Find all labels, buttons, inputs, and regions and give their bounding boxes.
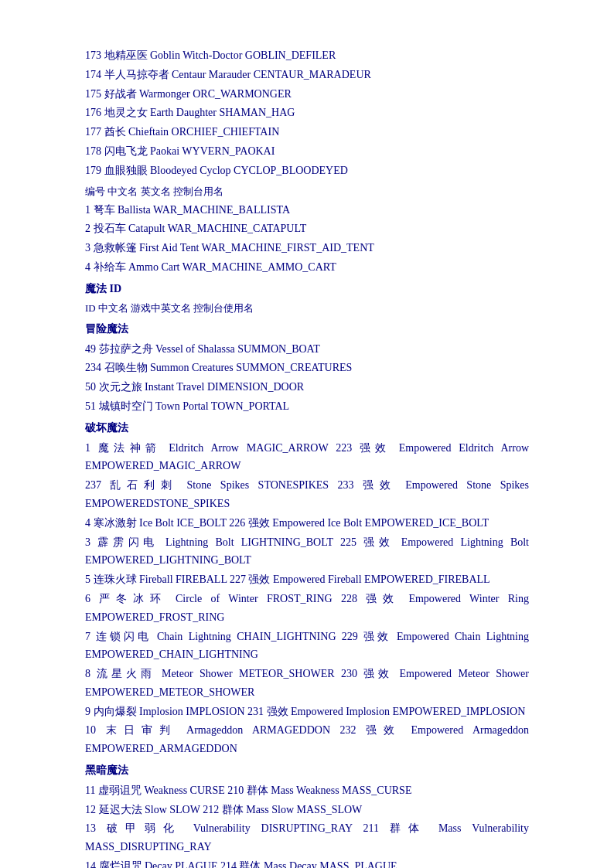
spell-11: 11 虚弱诅咒 Weakness CURSE 210 群体 Mass Weakn… bbox=[85, 781, 529, 800]
wm-3: 3 急救帐篷 First Aid Tent WAR_MACHINE_FIRST_… bbox=[85, 239, 529, 257]
entry-175: 175 好战者 Warmonger ORC_WARMONGER bbox=[85, 85, 529, 104]
dark-magic-title: 黑暗魔法 bbox=[85, 761, 529, 780]
spell-51: 51 城镇时空门 Town Portal TOWN_PORTAL bbox=[85, 397, 529, 416]
spell-5: 5 连珠火球 Fireball FIREBALL 227 强效 Empowere… bbox=[85, 570, 529, 589]
page-content: 173 地精巫医 Goblin Witch-Doctor GOBLIN_DEFI… bbox=[85, 46, 529, 868]
spell-1-dest: 1 魔法神箭 Eldritch Arrow MAGIC_ARROW 223 强效… bbox=[85, 439, 529, 476]
entry-177: 177 酋长 Chieftain ORCHIEF_CHIEFTAIN bbox=[85, 123, 529, 141]
spell-4: 4 寒冰激射 Ice Bolt ICE_BOLT 226 强效 Empowere… bbox=[85, 514, 529, 533]
spell-12: 12 延迟大法 Slow SLOW 212 群体 Mass Slow MASS_… bbox=[85, 801, 529, 819]
entry-178: 178 闪电飞龙 Paokai WYVERN_PAOKAI bbox=[85, 142, 529, 161]
spell-7: 7 连锁闪电 Chain Lightning CHAIN_LIGHTNING 2… bbox=[85, 628, 529, 665]
spell-49: 49 莎拉萨之舟 Vessel of Shalassa SUMMON_BOAT bbox=[85, 340, 529, 359]
magic-section-title: 魔法 ID bbox=[85, 280, 529, 298]
creature-list-top: 173 地精巫医 Goblin Witch-Doctor GOBLIN_DEFI… bbox=[85, 46, 529, 180]
wm-1: 1 弩车 Ballista WAR_MACHINE_BALLISTA bbox=[85, 201, 529, 220]
wm-2: 2 投石车 Catapult WAR_MACHINE_CATAPULT bbox=[85, 220, 529, 238]
war-machine-header: 编号 中文名 英文名 控制台用名 bbox=[85, 183, 529, 200]
entry-179: 179 血眼独眼 Bloodeyed Cyclop CYCLOP_BLOODEY… bbox=[85, 162, 529, 180]
spell-6: 6 严冬冰环 Circle of Winter FROST_RING 228 强… bbox=[85, 590, 529, 627]
spell-14: 14 腐烂诅咒 Decay PLAGUE 214 群体 Mass Decay M… bbox=[85, 857, 529, 868]
destruction-magic-title: 破坏魔法 bbox=[85, 419, 529, 437]
adventure-magic-title: 冒险魔法 bbox=[85, 320, 529, 339]
spell-10: 10 末日审判 Armageddon ARMAGEDDON 232 强效 Emp… bbox=[85, 721, 529, 758]
spell-9: 9 内向爆裂 Implosion IMPLOSION 231 强效 Empowe… bbox=[85, 703, 529, 721]
magic-header: ID 中文名 游戏中英文名 控制台使用名 bbox=[85, 300, 529, 317]
entry-174: 174 半人马掠夺者 Centaur Marauder CENTAUR_MARA… bbox=[85, 66, 529, 84]
spell-13: 13 破甲弱化 Vulnerability DISRUPTING_RAY 211… bbox=[85, 819, 529, 856]
entry-173: 173 地精巫医 Goblin Witch-Doctor GOBLIN_DEFI… bbox=[85, 46, 529, 65]
wm-4: 4 补给车 Ammo Cart WAR_MACHINE_AMMO_CART bbox=[85, 258, 529, 277]
spell-237: 237 乱石利刺 Stone Spikes STONESPIKES 233 强效… bbox=[85, 476, 529, 513]
spell-50: 50 次元之旅 Instant Travel DIMENSION_DOOR bbox=[85, 378, 529, 397]
magic-section: 魔法 ID ID 中文名 游戏中英文名 控制台使用名 冒险魔法 49 莎拉萨之舟… bbox=[85, 280, 529, 868]
entry-176: 176 地灵之女 Earth Daughter SHAMAN_HAG bbox=[85, 104, 529, 122]
spell-3: 3 霹雳闪电 Lightning Bolt LIGHTNING_BOLT 225… bbox=[85, 533, 529, 570]
spell-234: 234 召唤生物 Summon Creatures SUMMON_CREATUR… bbox=[85, 359, 529, 377]
war-machine-section: 编号 中文名 英文名 控制台用名 1 弩车 Ballista WAR_MACHI… bbox=[85, 183, 529, 277]
spell-8: 8 流星火雨 Meteor Shower METEOR_SHOWER 230 强… bbox=[85, 665, 529, 702]
